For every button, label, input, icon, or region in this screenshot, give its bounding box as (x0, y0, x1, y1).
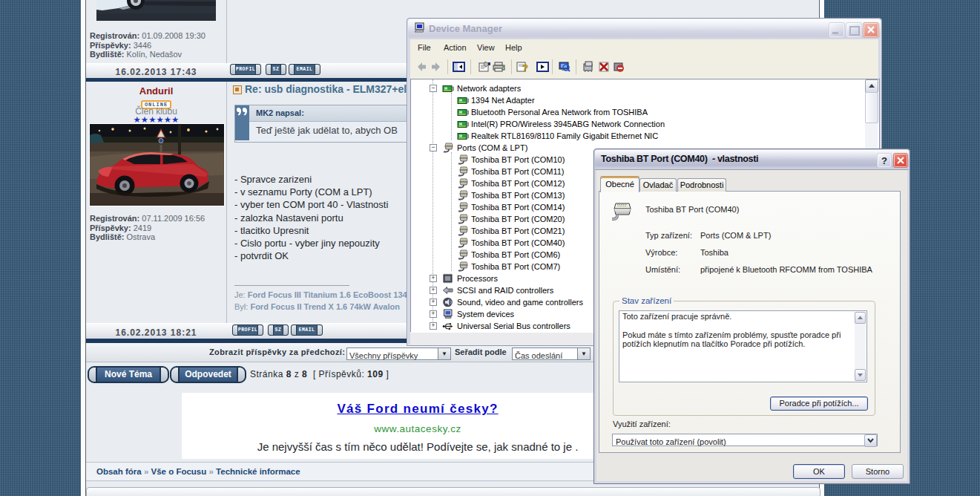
svg-text:?: ? (522, 62, 528, 73)
